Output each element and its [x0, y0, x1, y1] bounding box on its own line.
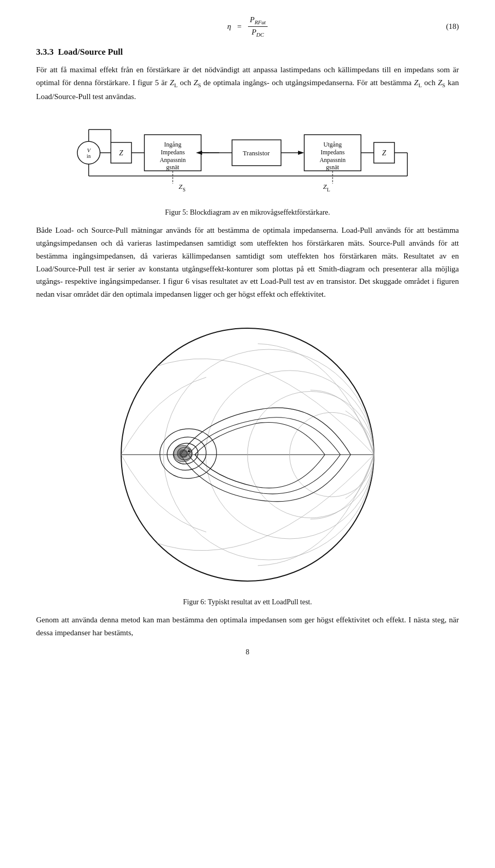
formula-denominator: PDC — [250, 27, 266, 38]
svg-text:L: L — [327, 187, 330, 192]
smith-chart-container: ▲ — [36, 315, 459, 594]
section-heading: 3.3.3 Load/Source Pull — [36, 47, 459, 57]
equation-number: (18) — [446, 22, 459, 31]
formula-eta: η — [227, 22, 231, 31]
svg-text:Utgång: Utgång — [323, 141, 341, 148]
paragraph-3: Genom att använda denna metod kan man be… — [36, 614, 459, 639]
formula-fraction: PRFut PDC — [248, 15, 268, 38]
svg-text:▲: ▲ — [187, 448, 191, 453]
svg-text:Z: Z — [382, 149, 386, 157]
formula-equals: = — [237, 22, 241, 31]
svg-text:Anpassnin: Anpassnin — [160, 156, 186, 164]
svg-text:Z: Z — [119, 149, 123, 157]
svg-text:S: S — [183, 187, 186, 192]
svg-text:Ingång: Ingång — [164, 141, 181, 148]
formula-row: η = PRFut PDC (18) — [36, 15, 459, 38]
svg-text:Impedans: Impedans — [321, 149, 345, 156]
svg-text:gsnät: gsnät — [166, 164, 179, 171]
smith-chart-svg: ▲ — [103, 315, 392, 594]
figure-5-caption: Figur 5: Blockdiagram av en mikrovågseff… — [36, 208, 459, 217]
paragraph-1: För att få maximal effekt från en förstä… — [36, 63, 459, 103]
formula-center: η = PRFut PDC — [227, 15, 268, 38]
svg-text:gsnät: gsnät — [326, 164, 339, 171]
svg-text:Transistor: Transistor — [243, 149, 270, 157]
figure-6-caption: Figur 6: Typiskt resultat av ett LoadPul… — [36, 598, 459, 606]
svg-text:in: in — [87, 153, 91, 159]
formula-numerator: PRFut — [248, 15, 268, 27]
svg-text:Z: Z — [178, 183, 183, 190]
block-diagram-svg: V in Z Ingång Impedans Anpassnin gsnät T… — [67, 114, 428, 204]
svg-text:Impedans: Impedans — [161, 149, 185, 156]
page-number: 8 — [36, 648, 459, 656]
svg-text:V: V — [87, 147, 91, 153]
svg-marker-19 — [298, 151, 304, 155]
paragraph-2: Både Load- och Source-Pull mätningar anv… — [36, 224, 459, 301]
block-diagram-container: V in Z Ingång Impedans Anpassnin gsnät T… — [36, 114, 459, 204]
svg-text:Anpassnin: Anpassnin — [320, 156, 346, 164]
